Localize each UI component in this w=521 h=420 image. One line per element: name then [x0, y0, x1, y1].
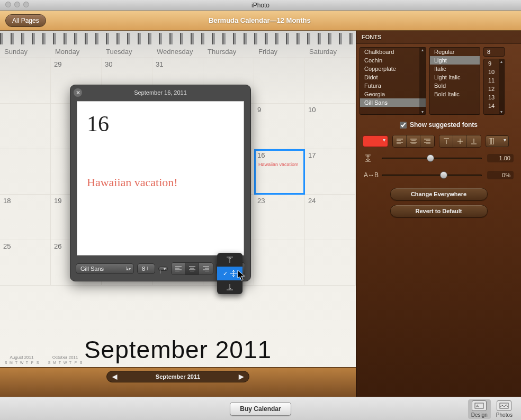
vertical-align-group-panel [439, 135, 481, 148]
weekday-header: Thursday [203, 48, 254, 56]
close-icon[interactable]: ✕ [74, 88, 82, 97]
day-editor-popover: ✕ September 16, 2011 16 Hawaiian vacatio… [70, 85, 251, 281]
day-cell[interactable] [305, 240, 356, 286]
columns-picker[interactable] [486, 135, 509, 147]
weekday-header: Sunday [0, 48, 51, 56]
list-item[interactable]: Light Italic [430, 73, 480, 81]
day-cell[interactable] [0, 149, 51, 195]
day-cell[interactable]: 10 [305, 104, 356, 149]
font-style-list[interactable]: Regular Light Italic Light Italic Bold B… [429, 47, 480, 115]
list-item[interactable]: Futura [360, 81, 426, 90]
list-item[interactable]: Copperplate [360, 65, 426, 73]
day-cell[interactable] [254, 240, 305, 286]
day-preview-page[interactable]: 16 Hawaiian vacation! [77, 101, 244, 255]
show-suggested-label: Show suggested fonts [410, 121, 478, 129]
list-item[interactable]: Georgia [360, 90, 426, 98]
char-spacing-value[interactable]: 0% [487, 171, 514, 179]
zoom-window-button[interactable] [23, 2, 29, 7]
minimize-window-button[interactable] [14, 2, 20, 7]
photos-icon [497, 400, 511, 411]
list-item[interactable]: Chalkboard [360, 48, 426, 56]
line-spacing-slider[interactable] [382, 154, 482, 162]
font-size-list[interactable]: 9 10 11 12 13 14 ▴▾ [483, 59, 505, 115]
close-window-button[interactable] [5, 2, 11, 7]
project-title: Bermuda Calendar—12 Months [52, 16, 467, 24]
valign-bottom-button[interactable] [467, 135, 481, 147]
fonts-panel-title: FONTS [356, 31, 521, 44]
scrollbar[interactable]: ▴▾ [419, 48, 426, 114]
window-title: iPhoto [251, 2, 270, 9]
list-item[interactable]: Bold [430, 81, 480, 90]
horizontal-align-group [171, 262, 213, 275]
popover-title: September 16, 2011 [134, 89, 187, 96]
fonts-panel: FONTS Chalkboard Cochin Copperplate Dido… [356, 31, 521, 397]
line-spacing-value[interactable]: 1.00 [487, 154, 514, 162]
page-navigator: ◀ September 2011 ▶ [106, 371, 249, 382]
align-right-button[interactable] [420, 135, 434, 147]
valign-bottom-option[interactable] [217, 280, 242, 294]
day-cell[interactable] [0, 104, 51, 149]
nav-next-button[interactable]: ▶ [239, 373, 244, 380]
align-right-button[interactable] [199, 263, 213, 275]
horizontal-align-group-panel [392, 135, 435, 148]
day-cell[interactable]: 23 [254, 195, 305, 240]
line-spacing-icon [364, 154, 376, 162]
day-cell[interactable]: 25 [0, 240, 51, 286]
change-everywhere-button[interactable]: Change Everywhere [390, 188, 488, 200]
list-item[interactable]: Regular [430, 48, 480, 56]
event-text[interactable]: Hawaiian vacation! [87, 176, 234, 189]
svg-rect-1 [491, 138, 493, 144]
nav-prev-button[interactable]: ◀ [112, 373, 117, 380]
day-number: 16 [87, 111, 234, 136]
list-item-selected[interactable]: Light [430, 56, 480, 65]
list-item[interactable]: Cochin [360, 56, 426, 65]
list-item[interactable]: Didot [360, 73, 426, 81]
day-cell[interactable]: 24 [305, 195, 356, 240]
day-cell[interactable]: 17 [305, 149, 356, 195]
day-cell[interactable] [305, 58, 356, 104]
list-item-selected[interactable]: Gill Sans [360, 98, 426, 107]
font-family-select[interactable]: Gill Sans▴▾ [76, 263, 134, 274]
day-cell[interactable]: 9 [254, 104, 305, 149]
all-pages-button[interactable]: All Pages [5, 14, 46, 27]
buy-calendar-button[interactable]: Buy Calendar [230, 402, 291, 416]
window-titlebar: iPhoto [0, 0, 521, 11]
day-cell[interactable]: 18 [0, 195, 51, 240]
font-family-list[interactable]: Chalkboard Cochin Copperplate Didot Futu… [360, 47, 426, 115]
weekday-header: Wednesday [152, 48, 203, 56]
day-cell[interactable] [254, 58, 305, 104]
show-suggested-checkbox[interactable] [400, 122, 407, 129]
valign-top-option[interactable] [217, 253, 242, 267]
spiral-binding [0, 33, 356, 44]
day-cell[interactable] [0, 58, 51, 104]
tab-design[interactable]: A Design [468, 399, 491, 419]
scrollbar[interactable]: ▴▾ [499, 59, 504, 114]
list-item[interactable]: Bold Italic [430, 90, 480, 98]
traffic-lights[interactable] [5, 2, 29, 7]
weekday-header: Monday [51, 48, 102, 56]
valign-middle-option[interactable]: ✓ [217, 267, 242, 280]
align-center-button[interactable] [185, 263, 199, 275]
svg-rect-0 [489, 138, 491, 144]
list-item[interactable]: Italic [430, 65, 480, 73]
valign-top-button[interactable] [439, 135, 453, 147]
font-size-stepper[interactable]: ▾ [158, 267, 168, 271]
calendar-page-area: Sunday Monday Tuesday Wednesday Thursday… [0, 31, 356, 397]
weekday-header: Friday [254, 48, 305, 56]
project-toolbar: All Pages Bermuda Calendar—12 Months [0, 11, 521, 31]
align-center-button[interactable] [407, 135, 420, 147]
valign-middle-button[interactable] [453, 135, 467, 147]
revert-to-default-button[interactable]: Revert to Default [390, 205, 488, 217]
day-cell-selected[interactable]: 16 Hawaiian vacation! [254, 149, 305, 195]
font-size-select[interactable]: 8 [137, 263, 155, 274]
font-size-field[interactable]: 8 [483, 47, 505, 57]
day-event-text: Hawaiian vacation! [258, 162, 299, 167]
align-left-button[interactable] [172, 263, 185, 275]
text-color-picker[interactable] [363, 135, 388, 147]
align-left-button[interactable] [393, 135, 407, 147]
page-navigator-strip: ◀ September 2011 ▶ [0, 367, 356, 397]
weekday-header: Saturday [305, 48, 356, 56]
tab-photos[interactable]: Photos [493, 399, 516, 419]
svg-text:A: A [476, 404, 479, 408]
char-spacing-slider[interactable] [382, 171, 482, 179]
